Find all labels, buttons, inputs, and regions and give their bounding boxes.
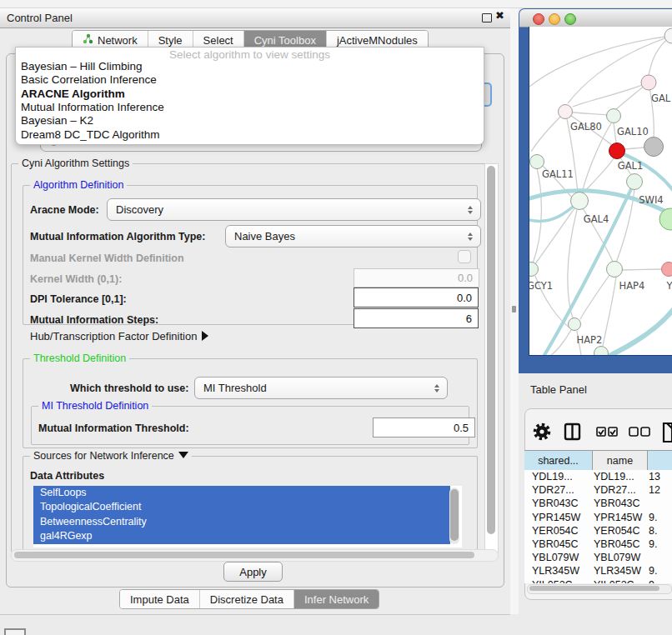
node-gal80[interactable] [559,105,573,119]
algorithm-option[interactable]: Basic Correlation Inference [21,73,157,87]
node-label: GAL1 [618,160,644,172]
bottom-tabbar: Impute Data Discretize Data Infer Networ… [119,589,379,609]
tab-infer-network[interactable]: Infer Network [294,590,379,608]
column-header-partial[interactable] [648,451,672,470]
node-label: Y [665,280,672,292]
network-window-titlebar[interactable] [519,9,672,28]
apply-button[interactable]: Apply [223,562,283,582]
close-traffic-light-icon[interactable] [533,13,544,25]
network-canvas[interactable]: GAL GAL80 GAL10 GAL1 GAL11 GAL4 SWI4 GCY… [529,27,672,355]
tab-impute-data[interactable]: Impute Data [120,590,200,608]
select-all-checkboxes-icon[interactable] [597,428,617,436]
mi-threshold-field[interactable]: 0.5 [373,418,475,438]
vertical-scroll-thumb[interactable] [487,166,495,534]
table-row[interactable]: YPR145WYPR145W9. [524,511,672,524]
attribute-item-selected[interactable]: SelfLoops [33,486,450,500]
spinner-arrows-icon [468,232,473,241]
algorithm-dropdown-popup: Select algorithm to view settings Bayesi… [15,47,484,145]
spinner-arrows-icon [468,206,473,214]
algorithm-option[interactable]: Bayesian – Hill Climbing [21,60,143,73]
app-top-strip [0,0,672,8]
data-attributes-list: SelfLoops TopologicalCoefficient Between… [33,486,462,548]
minimized-panel-icon[interactable] [4,628,26,635]
table-panel-title: Table Panel [530,383,587,396]
node-gal4[interactable] [571,192,589,210]
attribute-item-selected[interactable]: BetweennessCentrality [33,515,450,529]
manual-kernel-width-checkbox[interactable] [458,250,471,263]
table-row[interactable]: YBR043CYBR043C [524,497,672,510]
table-row[interactable]: YER054CYER054C8. [524,524,672,538]
algorithm-option[interactable]: Dream8 DC_TDC Algorithm [21,128,160,142]
table-row[interactable]: YLR345WYLR345W9. [524,564,672,578]
data-attributes-label: Data Attributes [30,470,104,482]
node-gcy1[interactable] [529,262,539,277]
algorithm-option[interactable]: Bayesian – K2 [21,114,93,128]
dpi-tolerance-label: DPI Tolerance [0,1]: [30,293,127,305]
threshold-definition-title: Threshold Definition [30,352,129,364]
mi-algorithm-type-combo[interactable]: Naive Bayes [225,225,481,248]
table-row[interactable]: YIL052CYIL052C9. [524,578,672,584]
deselect-all-checkboxes-icon[interactable] [629,428,649,436]
table-header-row: shared... name [524,450,672,471]
column-header-shared[interactable]: shared... [524,451,593,470]
control-panel-titlebar [0,8,510,28]
table-row[interactable]: YDR27...YDR27...12 [524,483,672,497]
node-swi4[interactable] [627,174,643,190]
which-threshold-combo[interactable]: MI Threshold [194,377,448,399]
table-row[interactable]: YDL19...YDL19...13 [524,470,672,483]
table-body: YDL19...YDL19...13 YDR27...YDR27...12 YB… [524,470,672,583]
node-hap2[interactable] [569,318,581,331]
algorithm-option-highlighted[interactable]: ARACNE Algorithm [21,88,125,101]
dpi-tolerance-field[interactable]: 0.0 [354,288,479,308]
manual-kernel-width-label: Manual Kernel Width Definition [30,252,184,264]
node-label: GAL11 [542,168,574,180]
mi-threshold-definition-title: MI Threshold Definition [38,400,152,412]
node-label: GCY1 [529,280,553,292]
minimize-traffic-light-icon[interactable] [549,13,560,25]
kernel-width-field[interactable]: 0.0 [354,268,479,288]
node-label: HAP2 [577,334,603,346]
table-row[interactable]: YBL079WYBL079W [524,551,672,564]
node-label: SWI4 [639,194,663,206]
which-threshold-label: Which threshold to use: [70,382,188,394]
horizontal-scroll-thumb[interactable] [14,552,474,558]
node-gal10[interactable] [607,109,621,123]
table-row[interactable]: YBR045CYBR045C9. [524,538,672,551]
node-salmon-right[interactable] [662,262,672,277]
tab-discretize-data[interactable]: Discretize Data [200,590,294,608]
node-partial-bottom[interactable] [594,347,609,356]
column-header-name[interactable]: name [593,451,648,470]
algorithm-definition-title: Algorithm Definition [30,179,127,191]
node-label: GAL10 [617,126,649,138]
node-left-green[interactable] [530,155,544,169]
settings-horizontal-scrollbar[interactable] [11,549,499,562]
float-window-icon[interactable] [482,13,492,22]
close-icon[interactable]: ✖ [495,9,504,22]
settings-vertical-scrollbar[interactable] [484,163,499,553]
algorithm-option[interactable]: Mutual Information Inference [21,101,164,114]
node-gal-pink[interactable] [641,75,656,90]
table-hscroll-thumb[interactable] [529,586,659,591]
control-panel-title: Control Panel [7,12,73,24]
columns-icon[interactable] [565,424,579,439]
attribute-item-selected[interactable]: gal4RGexp [33,529,450,543]
table-horizontal-scrollbar[interactable] [527,584,672,594]
hub-tf-definition-toggle[interactable]: Hub/Transcription Factor Definition [30,330,208,342]
cyni-settings-group-title: Cyni Algorithm Settings [18,158,133,169]
page-icon[interactable] [664,423,672,442]
aracne-mode-combo[interactable]: Discovery [107,198,481,221]
sources-group-title[interactable]: Sources for Network Inference [30,450,192,462]
gear-icon[interactable] [535,425,549,439]
divider-handle-icon[interactable] [512,306,516,312]
attribute-list-scrollbar[interactable] [449,488,459,544]
spinner-arrows-icon [434,384,439,392]
attribute-item-selected[interactable]: TopologicalCoefficient [33,500,450,514]
node-label: GAL [651,92,671,104]
node-label: HAP4 [619,280,645,292]
node-gray[interactable] [644,138,664,157]
node-label: GAL4 [584,213,609,225]
zoom-traffic-light-icon[interactable] [564,13,576,25]
mi-steps-field[interactable]: 6 [354,308,479,328]
node-hap4[interactable] [607,262,623,278]
node-gal1-selected-red[interactable] [609,143,625,159]
